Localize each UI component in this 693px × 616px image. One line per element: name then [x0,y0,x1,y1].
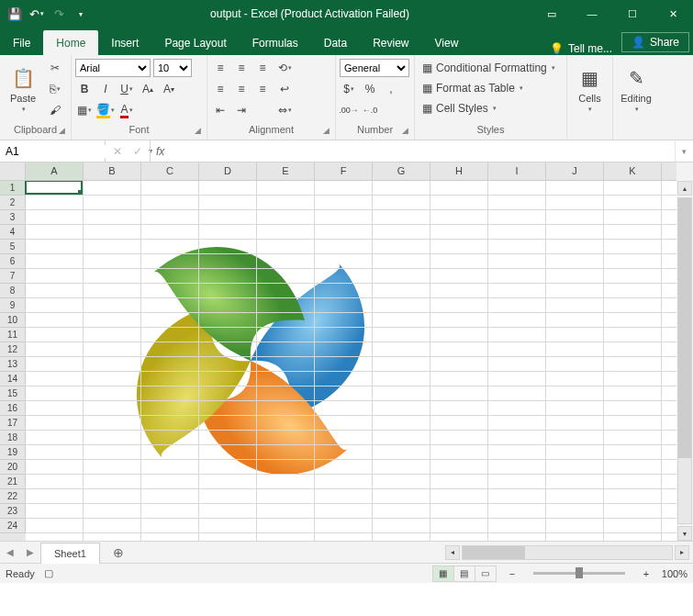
sheet-tab[interactable]: Sheet1 [40,543,100,564]
font-color-button[interactable]: A▾ [117,101,136,119]
column-header[interactable]: F [315,162,373,180]
zoom-out-button[interactable]: − [506,568,519,579]
tab-view[interactable]: View [422,30,472,55]
number-format-combo[interactable]: General [340,59,409,77]
orientation-button[interactable]: ⟲▾ [275,59,294,77]
fx-label[interactable]: fx [151,140,170,162]
align-bottom-button[interactable]: ≡ [253,59,272,77]
tab-page-layout[interactable]: Page Layout [151,30,239,55]
maximize-button[interactable]: ☐ [612,0,653,28]
hscroll-thumb[interactable] [463,546,525,559]
ribbon-options-icon[interactable]: ▭ [531,0,572,28]
undo-icon[interactable]: ↶▾ [29,6,44,21]
dialog-launcher-icon[interactable]: ◢ [402,126,408,135]
dialog-launcher-icon[interactable]: ◢ [59,126,65,135]
scroll-down-icon[interactable]: ▾ [677,526,692,541]
row-header[interactable]: 12 [0,342,26,357]
zoom-slider[interactable] [533,572,625,575]
page-break-view-button[interactable]: ▭ [475,566,497,582]
normal-view-button[interactable]: ▦ [432,566,454,582]
column-header[interactable]: J [546,162,604,180]
select-all-corner[interactable] [0,162,26,180]
dialog-launcher-icon[interactable]: ◢ [323,126,330,135]
row-header[interactable]: 15 [0,386,26,401]
row-header[interactable]: 1 [0,181,26,196]
decrease-decimal-button[interactable]: ←.0 [361,101,379,119]
row-header[interactable]: 4 [0,225,26,240]
close-button[interactable]: ✕ [653,0,693,28]
increase-decimal-button[interactable]: .00→ [340,101,358,119]
column-header[interactable]: I [488,162,546,180]
row-header[interactable]: 18 [0,431,26,445]
column-header[interactable]: E [257,162,315,180]
scroll-right-icon[interactable]: ▸ [675,545,689,560]
align-middle-button[interactable]: ≡ [232,59,251,77]
cells-area[interactable] [26,181,676,541]
tab-data[interactable]: Data [311,30,360,55]
copy-button[interactable]: ⎘▾ [46,80,64,98]
column-header[interactable]: A [26,162,84,180]
row-header[interactable]: 9 [0,298,26,313]
row-header[interactable]: 13 [0,357,26,372]
tab-formulas[interactable]: Formulas [240,30,311,55]
row-header[interactable]: 21 [0,475,26,489]
row-header[interactable]: 8 [0,284,26,298]
formula-input[interactable] [170,140,675,162]
row-header[interactable]: 22 [0,489,26,504]
column-header[interactable]: C [141,162,199,180]
align-center-button[interactable]: ≡ [232,80,251,98]
decrease-indent-button[interactable]: ⇤ [211,101,229,119]
row-header[interactable]: 11 [0,328,26,342]
decrease-font-button[interactable]: A▾ [160,80,178,98]
row-header[interactable]: 10 [0,313,26,328]
column-header[interactable]: B [84,162,141,180]
page-layout-view-button[interactable]: ▤ [453,566,475,582]
align-right-button[interactable]: ≡ [253,80,272,98]
scroll-up-icon[interactable]: ▴ [677,181,692,196]
scroll-left-icon[interactable]: ◂ [445,545,460,560]
row-header[interactable]: 19 [0,445,26,460]
cells-button[interactable]: ▦ Cells ▾ [571,59,609,118]
font-name-combo[interactable]: Arial [75,59,151,77]
vertical-scrollbar[interactable]: ▴ ▾ [676,162,693,541]
font-size-combo[interactable]: 10 [153,59,192,77]
row-header[interactable]: 6 [0,254,26,269]
align-top-button[interactable]: ≡ [211,59,229,77]
column-header[interactable]: H [430,162,488,180]
underline-button[interactable]: U▾ [117,80,136,98]
borders-button[interactable]: ▦▾ [75,101,94,119]
column-header[interactable]: D [199,162,257,180]
fill-color-button[interactable]: 🪣▾ [96,101,115,119]
zoom-thumb[interactable] [576,567,583,578]
column-header[interactable]: K [604,162,662,180]
align-left-button[interactable]: ≡ [211,80,229,98]
cell-styles-button[interactable]: ▦Cell Styles▾ [419,99,559,118]
row-header[interactable]: 17 [0,416,26,431]
row-header[interactable]: 7 [0,269,26,284]
column-header[interactable]: G [373,162,430,180]
share-button[interactable]: 👤 Share [621,32,689,52]
row-header[interactable]: 20 [0,460,26,475]
comma-button[interactable]: , [382,80,400,98]
save-icon[interactable]: 💾 [7,6,22,21]
vscroll-thumb[interactable] [678,198,691,458]
tab-home[interactable]: Home [43,30,98,55]
format-as-table-button[interactable]: ▦Format as Table▾ [419,79,559,97]
new-sheet-button[interactable]: ⊕ [107,542,129,564]
sheet-nav-next-icon[interactable]: ▶ [20,547,40,557]
tell-me[interactable]: 💡 Tell me... [541,42,621,55]
format-painter-button[interactable]: 🖌 [46,101,64,119]
row-header[interactable]: 2 [0,196,26,210]
minimize-button[interactable]: — [572,0,612,28]
enter-icon[interactable]: ✓ [133,145,142,158]
increase-indent-button[interactable]: ⇥ [232,101,251,119]
row-header[interactable]: 14 [0,372,26,386]
zoom-level[interactable]: 100% [662,568,687,579]
expand-formula-bar-icon[interactable]: ▾ [675,140,693,162]
qat-customize-icon[interactable]: ▾ [73,6,88,21]
row-header[interactable]: 3 [0,210,26,225]
cancel-icon[interactable]: ✕ [113,145,122,158]
cut-button[interactable]: ✂ [46,59,64,77]
increase-font-button[interactable]: A▴ [139,80,157,98]
bold-button[interactable]: B [75,80,94,98]
